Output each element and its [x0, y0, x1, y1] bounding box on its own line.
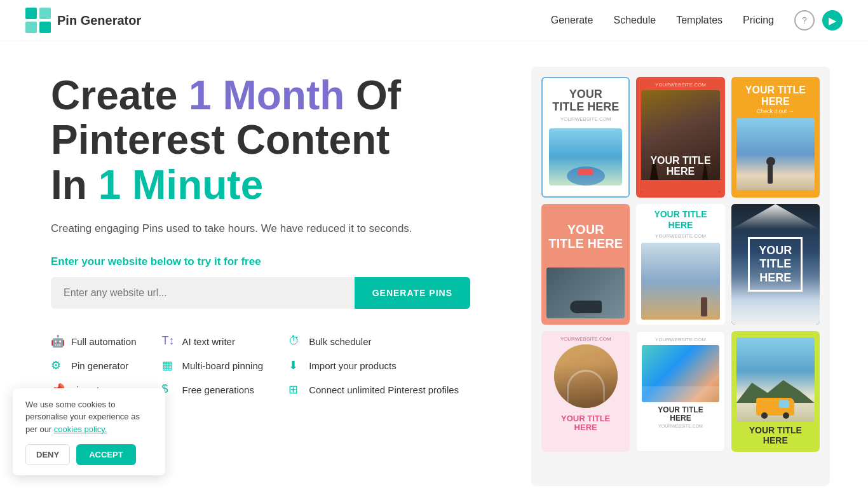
- pin-card-1[interactable]: YOURTITLE HERE YOURWEBSITE.COM: [541, 77, 630, 198]
- clock-icon: ⏱: [288, 334, 302, 348]
- pin-card-4[interactable]: YOURTITLE HERE: [541, 204, 630, 325]
- cta-label: Enter your website below to try it for f…: [51, 255, 506, 268]
- pin-card-7[interactable]: YOURWEBSITE.COM YOUR TITLEHERE: [541, 331, 630, 452]
- features: 🤖 Full automation ⚙ Pin generator 📌 pins…: [51, 334, 506, 396]
- nav-pricing[interactable]: Pricing: [743, 15, 774, 26]
- feature-import: ⬇ Import your products: [288, 358, 459, 372]
- connect-icon: ⊞: [288, 383, 302, 396]
- robot-icon: 🤖: [51, 334, 65, 348]
- title-line3-pre: In: [51, 162, 98, 208]
- feature-scheduler: ⏱ Bulk scheduler: [288, 334, 459, 348]
- feature-free: $ Free generations: [162, 383, 264, 396]
- title-part1: Create: [51, 72, 189, 118]
- nav-schedule[interactable]: Schedule: [613, 15, 656, 26]
- feature-generator: ⚙ Pin generator: [51, 358, 137, 372]
- nav-icons: ? ▶: [794, 10, 843, 30]
- feature-col-3: ⏱ Bulk scheduler ⬇ Import your products …: [288, 334, 459, 396]
- navbar: Pin Generator Generate Schedule Template…: [0, 0, 868, 41]
- feature-label-2: Pin generator: [71, 360, 128, 371]
- feature-label-5: Multi-board pinning: [182, 360, 264, 371]
- grid-icon: ▦: [162, 358, 176, 372]
- pin-grid: YOURTITLE HERE YOURWEBSITE.COM YOURWEBSI…: [531, 67, 830, 486]
- url-input[interactable]: [51, 277, 355, 309]
- cookie-banner: We use some cookies to personalise your …: [13, 388, 165, 476]
- nav-links: Generate Schedule Templates Pricing ? ▶: [551, 10, 843, 30]
- svg-rect-0: [25, 8, 37, 19]
- feature-label-8: Import your products: [309, 360, 397, 371]
- cookie-text: We use some cookies to personalise your …: [25, 398, 153, 436]
- user-icon[interactable]: ▶: [822, 10, 843, 30]
- logo-text: Pin Generator: [57, 13, 141, 28]
- pin-card-3[interactable]: YOUR TITLEHERE Check it out →: [731, 77, 820, 198]
- deny-button[interactable]: DENY: [25, 444, 70, 465]
- title-num1: 1 Month: [189, 72, 344, 118]
- generate-pins-button[interactable]: GENERATE PINS: [355, 277, 470, 309]
- nav-templates[interactable]: Templates: [676, 15, 722, 26]
- left-section: Create 1 Month Of Pinterest Content In 1…: [51, 73, 506, 396]
- feature-label-1: Full automation: [71, 336, 137, 347]
- text-icon: T↕: [162, 334, 176, 348]
- logo-icon: [25, 8, 51, 33]
- cog-icon: ⚙: [51, 358, 65, 372]
- hero-subtitle: Creating engaging Pins used to take hour…: [51, 222, 506, 235]
- cookie-policy-link[interactable]: cookies policy.: [54, 424, 107, 434]
- feature-label-6: Free generations: [182, 384, 254, 395]
- pin-card-2[interactable]: YOURWEBSITE.COM YOUR TITLEHERE: [636, 77, 724, 198]
- pin-card-8[interactable]: YOURWEBSITE.COM YOUR TITLEHERE YOURWEBSI…: [636, 331, 724, 452]
- feature-automation: 🤖 Full automation: [51, 334, 137, 348]
- feature-label-7: Bulk scheduler: [309, 336, 371, 347]
- cookie-buttons: DENY ACCEPT: [25, 444, 153, 465]
- title-part2: Of: [344, 72, 401, 118]
- input-row: GENERATE PINS: [51, 277, 470, 309]
- feature-ai: T↕ AI text writer: [162, 334, 264, 348]
- pin-card-9[interactable]: YOUR TITLEHERE: [731, 331, 820, 452]
- svg-rect-3: [39, 22, 51, 33]
- svg-rect-1: [39, 8, 51, 19]
- title-num2: 1 Minute: [98, 162, 264, 208]
- feature-label-4: AI text writer: [182, 336, 235, 347]
- feature-col-1: 🤖 Full automation ⚙ Pin generator 📌 pins…: [51, 334, 137, 396]
- help-icon[interactable]: ?: [794, 10, 815, 30]
- feature-col-2: T↕ AI text writer ▦ Multi-board pinning …: [162, 334, 264, 396]
- hero-title: Create 1 Month Of Pinterest Content In 1…: [51, 73, 506, 207]
- svg-rect-2: [25, 22, 37, 33]
- feature-multiboard: ▦ Multi-board pinning: [162, 358, 264, 372]
- logo[interactable]: Pin Generator: [25, 8, 141, 33]
- feature-connect: ⊞ Connect unlimited Pinterest profiles: [288, 383, 459, 396]
- accept-button[interactable]: ACCEPT: [76, 444, 135, 465]
- title-line2: Pinterest Content: [51, 117, 390, 163]
- pin-card-6[interactable]: YOURTITLEHERE: [731, 204, 820, 325]
- download-icon: ⬇: [288, 358, 302, 372]
- feature-label-9: Connect unlimited Pinterest profiles: [309, 384, 459, 395]
- nav-generate[interactable]: Generate: [551, 15, 593, 26]
- pin-card-5[interactable]: YOUR TITLEHERE YOURWEBSITE.COM: [636, 204, 724, 325]
